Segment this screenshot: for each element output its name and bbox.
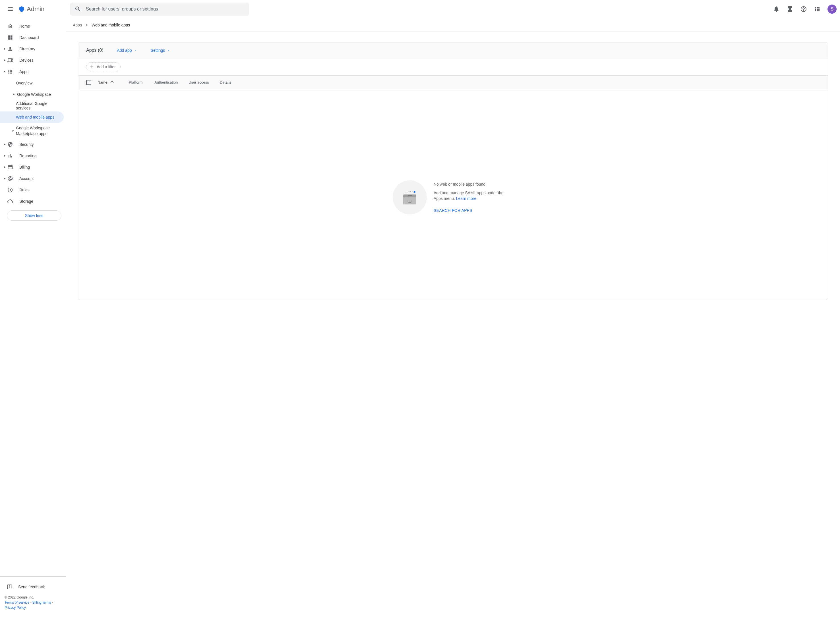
svg-point-3 <box>407 201 408 202</box>
nav-item-storage[interactable]: Storage <box>0 196 66 207</box>
help-button[interactable] <box>798 3 809 15</box>
nav-item-billing[interactable]: Billing <box>0 161 66 173</box>
billing-terms-link[interactable]: Billing terms <box>32 601 51 605</box>
nav-item-reporting[interactable]: Reporting <box>0 150 66 161</box>
settings-button[interactable]: Settings <box>151 48 170 53</box>
menu-button[interactable] <box>3 2 17 16</box>
nav-item-apps-overview[interactable]: Overview <box>0 77 66 89</box>
at-sign-icon <box>7 175 14 182</box>
plus-icon <box>89 64 94 69</box>
column-platform[interactable]: Platform <box>129 80 154 84</box>
empty-title: No web or mobile apps found <box>434 182 513 186</box>
empty-illustration <box>393 180 427 214</box>
arrow-up-icon <box>110 80 114 85</box>
menu-icon <box>7 6 14 12</box>
apps-icon <box>7 68 14 75</box>
chevron-right-icon <box>3 47 6 51</box>
chevron-right-icon <box>3 177 6 180</box>
logo-text: Admin <box>27 5 44 13</box>
filter-row: Add a filter <box>78 58 828 76</box>
add-filter-button[interactable]: Add a filter <box>86 62 121 71</box>
svg-point-4 <box>412 201 412 202</box>
column-authentication[interactable]: Authentication <box>154 80 189 84</box>
nav-item-apps-marketplace[interactable]: Google Workspace Marketplace apps <box>0 123 66 139</box>
tasks-button[interactable] <box>784 3 796 15</box>
nav-item-directory[interactable]: Directory <box>0 43 66 55</box>
select-all-checkbox[interactable] <box>86 80 91 85</box>
svg-point-6 <box>414 191 415 193</box>
avatar[interactable]: S <box>828 4 837 14</box>
send-feedback-button[interactable]: Send feedback <box>0 581 66 593</box>
empty-description: Add and manage SAML apps under the Apps … <box>434 190 513 201</box>
nav-item-home[interactable]: Home <box>0 21 66 32</box>
learn-more-link[interactable]: Learn more <box>456 196 477 201</box>
home-icon <box>7 23 14 30</box>
chevron-right-icon <box>3 59 6 62</box>
search-for-apps-button[interactable]: SEARCH FOR APPS <box>434 208 513 213</box>
table-header: Name Platform Authentication User access… <box>78 76 828 89</box>
column-user-access[interactable]: User access <box>189 80 220 84</box>
main: Apps Web and mobile apps Apps (0) Add ap… <box>66 18 840 617</box>
credit-card-icon <box>7 164 14 171</box>
admin-logo-icon <box>18 6 25 12</box>
chevron-down-icon <box>3 70 6 73</box>
breadcrumb-parent[interactable]: Apps <box>73 23 82 27</box>
nav-item-apps[interactable]: Apps <box>0 66 66 77</box>
nav: Home Dashboard Directory Devices Apps <box>0 18 66 576</box>
header-actions: S <box>771 3 837 15</box>
nav-item-rules[interactable]: Rules <box>0 184 66 196</box>
sidebar-footer: Send feedback © 2022 Google Inc. Terms o… <box>0 576 66 617</box>
panel-title: Apps (0) <box>86 48 103 53</box>
app-launcher-button[interactable] <box>812 3 823 15</box>
svg-rect-2 <box>408 195 412 196</box>
chevron-right-icon <box>84 22 89 28</box>
caret-down-icon <box>134 49 137 52</box>
shield-icon <box>7 141 14 148</box>
nav-item-apps-additional[interactable]: Additional Google services <box>0 100 66 111</box>
chevron-right-icon <box>12 93 15 96</box>
person-icon <box>7 46 14 52</box>
nav-item-apps-workspace[interactable]: Google Workspace <box>0 89 66 100</box>
breadcrumb: Apps Web and mobile apps <box>66 18 840 32</box>
chevron-right-icon <box>3 143 6 146</box>
devices-icon <box>7 57 14 64</box>
hourglass-icon <box>787 6 793 12</box>
logo[interactable]: Admin <box>18 5 44 13</box>
notifications-button[interactable] <box>771 3 782 15</box>
apps-panel: Apps (0) Add app Settings Add a filter <box>78 42 828 300</box>
sidebar: Home Dashboard Directory Devices Apps <box>0 18 66 617</box>
target-icon <box>7 186 14 193</box>
feedback-icon <box>7 584 12 590</box>
terms-link[interactable]: Terms of service <box>4 601 29 605</box>
column-details[interactable]: Details <box>220 80 242 84</box>
search-bar[interactable] <box>70 3 249 16</box>
help-icon <box>800 6 807 12</box>
caret-down-icon <box>167 49 170 52</box>
header: Admin S <box>0 0 840 18</box>
search-input[interactable] <box>86 7 245 12</box>
svg-rect-5 <box>408 202 411 203</box>
chevron-right-icon <box>11 129 15 133</box>
empty-state: No web or mobile apps found Add and mana… <box>78 89 828 300</box>
cloud-icon <box>7 198 14 205</box>
nav-item-dashboard[interactable]: Dashboard <box>0 32 66 43</box>
privacy-link[interactable]: Privacy Policy <box>4 606 26 610</box>
column-name[interactable]: Name <box>97 80 129 85</box>
legal-text: © 2022 Google Inc. Terms of service - Bi… <box>0 593 66 613</box>
add-app-button[interactable]: Add app <box>117 48 137 53</box>
dashboard-icon <box>7 34 14 41</box>
nav-item-security[interactable]: Security <box>0 139 66 150</box>
apps-grid-icon <box>814 6 821 12</box>
nav-item-account[interactable]: Account <box>0 173 66 184</box>
search-icon <box>74 6 81 12</box>
show-less-button[interactable]: Show less <box>7 210 61 221</box>
nav-item-devices[interactable]: Devices <box>0 55 66 66</box>
nav-item-apps-web-mobile[interactable]: Web and mobile apps <box>0 111 64 123</box>
bar-chart-icon <box>7 152 14 159</box>
breadcrumb-current: Web and mobile apps <box>92 23 130 27</box>
chevron-right-icon <box>3 165 6 169</box>
chevron-right-icon <box>3 154 6 158</box>
bell-icon <box>773 6 780 12</box>
panel-header: Apps (0) Add app Settings <box>78 42 828 58</box>
